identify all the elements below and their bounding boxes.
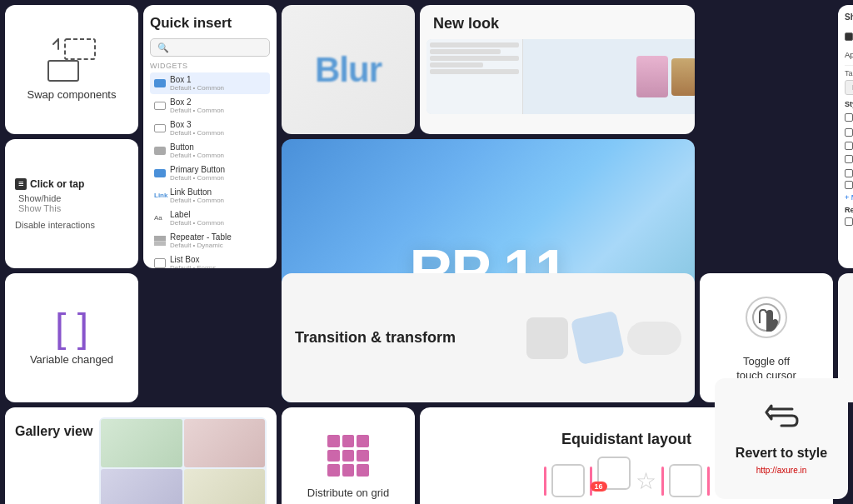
nl-right-panel (523, 39, 696, 114)
border-color-checkbox[interactable] (845, 142, 853, 150)
shape-pill (627, 322, 681, 355)
gallery-label: Gallery view (15, 424, 92, 439)
quick-insert-search[interactable] (150, 38, 270, 57)
equidistant-title: Equidistant layout (561, 431, 691, 448)
widget-style-row: Widget style Default (845, 111, 853, 124)
nl-flower-img (636, 56, 668, 97)
widget-style-checkbox[interactable] (845, 113, 853, 122)
equi-star: ☆ (636, 467, 656, 495)
dc4 (327, 450, 340, 462)
card-variable: [ ] Variable changed (5, 273, 138, 402)
opacity-row: Opacity (%) (845, 127, 853, 138)
equi-badge-container: 16 (597, 457, 631, 504)
image-checkbox[interactable] (845, 169, 853, 177)
dc9 (357, 464, 369, 477)
dc7 (327, 464, 340, 477)
touch-cursor-icon (741, 293, 791, 343)
equidistant-items: 16 ☆ (544, 457, 710, 504)
interaction-icon: ☰ (15, 178, 27, 190)
svg-rect-1 (48, 61, 78, 81)
quick-item-box1[interactable]: Box 1 Default • Common (150, 72, 270, 94)
dc6 (357, 450, 369, 462)
equi-rect-3 (669, 464, 702, 497)
gallery-cell-3 (101, 469, 182, 505)
panel-title-bar: Shape Interactions – □ × (845, 12, 853, 22)
image-row: Image Select (845, 167, 853, 178)
disable-interactions-label: Disable interactions (15, 220, 95, 230)
variable-symbol: [ ] (55, 308, 88, 348)
quick-insert-title: Quick insert (150, 15, 232, 32)
transform-checkbox[interactable] (845, 181, 853, 189)
variable-label: Variable changed (30, 353, 113, 367)
clear-prev-checkbox[interactable] (845, 217, 853, 226)
dc1 (327, 435, 340, 447)
clear-prev-row: Clear previously applied styles (845, 217, 853, 226)
shape-square (526, 317, 568, 359)
transform-shapes (464, 315, 681, 361)
apply-style-row: Apply style (845, 50, 853, 59)
quick-item-link-button[interactable]: Link Link Button Default • Common (150, 185, 270, 207)
equi-line-3 (661, 467, 664, 496)
quick-item-box3[interactable]: Box 3 Default • Common (150, 117, 270, 139)
card-transition: Transition & transform (282, 273, 695, 402)
panel-divider-1 (845, 65, 853, 66)
card-revert: Revert to style http://axure.in (715, 378, 848, 499)
gallery-cell-4 (184, 469, 265, 505)
opacity-checkbox[interactable] (845, 128, 853, 137)
quick-item-repeater[interactable]: Repeater - Table Default • Dynamic (150, 230, 270, 252)
target-row: Target (845, 69, 853, 77)
equi-line-2 (590, 467, 592, 496)
interaction-title: ☰ Click or tap (15, 178, 84, 190)
panel-footer: Cancel OK (845, 232, 853, 243)
quick-item-primary-button[interactable]: Primary Button Default • Common (150, 162, 270, 184)
card-distribute: Distribute on grid (282, 407, 415, 504)
revert-label: Revert to style (736, 446, 827, 461)
equi-line-1 (544, 467, 546, 496)
new-look-content: New look (420, 5, 695, 134)
quick-item-listbox[interactable]: List Box Default • Forms (150, 252, 270, 268)
nl-left-panel (426, 39, 523, 114)
quick-item-box2[interactable]: Box 2 Default • Common (150, 95, 270, 117)
panel-title: Shape Interactions (845, 12, 853, 22)
transition-label: Transition & transform (295, 328, 456, 347)
blur-label: Blur (315, 50, 382, 90)
click-or-tap-label: Click or tap (30, 178, 84, 190)
image-filter-checkbox[interactable] (845, 155, 853, 163)
image-filter-row: Image filter (845, 153, 853, 165)
more-style-link[interactable]: + More style properties (845, 193, 853, 202)
dc2 (342, 435, 355, 447)
revert-url: http://axure.in (756, 466, 807, 475)
card-blur: Blur (282, 5, 415, 134)
panel-checkbox-row: Click or tap Turn on cases Add target (845, 26, 853, 47)
style-props-title: Style properties (845, 100, 853, 108)
interaction-action: Show/hide (18, 193, 61, 203)
interaction-target: Show This (18, 203, 61, 213)
quick-item-button[interactable]: Button Default • Common (150, 140, 270, 162)
dc3 (357, 435, 369, 447)
target-label: Target (845, 69, 853, 77)
gallery-cell-2 (184, 419, 265, 467)
swap-label: Swap components (27, 88, 117, 102)
card-apply-panel: Shape Interactions – □ × Click or tap Tu… (838, 5, 853, 268)
equi-badge: 16 (591, 482, 607, 492)
transform-row: Transform (845, 181, 853, 189)
border-color-row: Border color (845, 141, 853, 151)
gallery-cell-1 (101, 419, 182, 467)
equi-rect-1 (551, 464, 585, 497)
nl-pot-img (671, 58, 695, 96)
dc5 (342, 450, 355, 462)
revert-icon (763, 402, 801, 437)
new-look-screenshot (426, 39, 695, 114)
quick-item-box1-name: Box 1 (170, 75, 224, 84)
distribute-label: Distribute on grid (307, 487, 389, 501)
panel-checkbox[interactable] (845, 32, 853, 41)
apply-style-label: Apply style (845, 50, 853, 59)
shape-square-rotated (571, 311, 625, 365)
quick-item-label[interactable]: Aa Label Default • Common (150, 207, 270, 229)
quick-section-label: WIDGETS (150, 62, 188, 70)
swap-icon (47, 37, 97, 83)
reset-style-title: Reset style (845, 206, 853, 214)
card-new-look: New look (420, 5, 695, 134)
new-look-title: New look (420, 5, 695, 39)
target-select[interactable]: Image1 (845, 80, 853, 95)
